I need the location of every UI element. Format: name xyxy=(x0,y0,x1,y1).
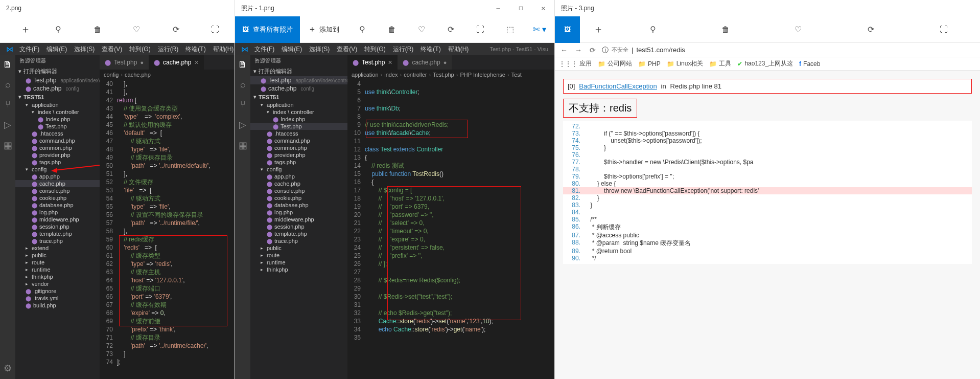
tree-item[interactable]: ⬤session.php xyxy=(250,223,347,230)
tree-item[interactable]: ⬤tags.php xyxy=(250,159,347,166)
tree-item[interactable]: ⬤.gitignore xyxy=(15,287,100,295)
add-to-button[interactable]: ＋添加到 xyxy=(300,16,347,43)
project-root[interactable]: ▾TEST51 xyxy=(250,93,347,101)
crumb[interactable]: config xyxy=(104,72,119,78)
menu-edit[interactable]: 编辑(E) xyxy=(278,45,305,54)
vscode-menubar[interactable]: ⋈ 文件(F) 编辑(E) 选择(S) 查看(V) 转到(G) 运行(R) 终端… xyxy=(235,43,554,55)
open-editor-item[interactable]: ⬤Test.phpapplication\index\controller xyxy=(15,76,100,84)
edit-icon[interactable]: ✄ ▾ xyxy=(528,25,551,34)
tree-item[interactable]: ⬤Test.php xyxy=(15,123,100,130)
activity-bar[interactable]: 🗎 ⌕ ⑂ ▷ ▦ ⚙ xyxy=(0,55,15,379)
scm-icon[interactable]: ⑂ xyxy=(5,99,11,110)
editor-tab[interactable]: ⬤cache.php● xyxy=(398,55,452,70)
tree-item[interactable]: ▾config xyxy=(15,166,100,173)
breadcrumbs[interactable]: config›cache.php xyxy=(100,70,235,80)
tree-item[interactable]: ▸thinkphp xyxy=(15,273,100,280)
bookmark-item[interactable]: 📁Linux相关 xyxy=(667,59,704,68)
back-icon[interactable]: ← xyxy=(559,46,569,54)
crumb[interactable]: Test xyxy=(511,72,522,78)
tree-item[interactable]: ⬤common.php xyxy=(250,144,347,151)
menu-file[interactable]: 文件(F) xyxy=(251,45,277,54)
tree-item[interactable]: ⬤trace.php xyxy=(250,237,347,244)
crop-icon[interactable]: ⛶ xyxy=(204,25,226,34)
tree-item[interactable]: ⬤common.php xyxy=(15,144,100,151)
tree-item[interactable]: ⬤provider.php xyxy=(15,151,100,159)
bookmark-item[interactable]: ⋮⋮⋮应用 xyxy=(559,59,592,68)
crumb[interactable]: Test.php xyxy=(433,72,454,78)
crop-icon[interactable]: ⛶ xyxy=(469,25,492,34)
menu-edit[interactable]: 编辑(E) xyxy=(43,45,70,54)
tree-item[interactable]: ▸vendor xyxy=(15,280,100,287)
delete-icon[interactable]: 🗑 xyxy=(86,25,109,34)
delete-icon[interactable]: 🗑 xyxy=(714,25,737,34)
code-content[interactable]: ], ], return [ // 使用复合缓存类型 'type' => 'co… xyxy=(117,80,235,379)
tree-item[interactable]: ▾config xyxy=(250,166,347,173)
tree-item[interactable]: ⬤.travis.yml xyxy=(15,295,100,302)
bookmark-item[interactable]: 📁工具 xyxy=(709,59,731,68)
debug-icon[interactable]: ▷ xyxy=(239,119,246,130)
menu-go[interactable]: 转到(G) xyxy=(361,45,388,54)
zoom-icon[interactable]: ⚲ xyxy=(47,25,69,34)
editor-tab[interactable]: ⬤Test.php● xyxy=(100,55,149,70)
tree-item[interactable]: ⬤console.php xyxy=(250,187,347,194)
tree-item[interactable]: ⬤tags.php xyxy=(15,159,100,166)
address-bar[interactable]: ← → ⟳ ⓘ 不安全 | test51.com/redis xyxy=(555,43,980,57)
tree-item[interactable]: ⬤app.php xyxy=(15,173,100,180)
bookmark-item[interactable]: fFaceb xyxy=(799,60,820,68)
tree-item[interactable]: ▸runtime xyxy=(15,266,100,273)
editor-tabs[interactable]: ⬤Test.php✕⬤cache.php● xyxy=(347,55,554,70)
tree-item[interactable]: ▸public xyxy=(15,252,100,259)
tree-item[interactable]: ⬤.htaccess xyxy=(15,130,100,137)
open-editor-item[interactable]: ⬤cache.phpconfig xyxy=(15,84,100,93)
tree-item[interactable]: ⬤app.php xyxy=(250,173,347,180)
tree-item[interactable]: ▾application xyxy=(15,101,100,108)
tree-item[interactable]: ⬤console.php xyxy=(15,187,100,194)
add-button[interactable]: ＋ xyxy=(580,16,617,43)
tree-item[interactable]: ⬤database.php xyxy=(15,202,100,209)
tree-item[interactable]: ▾application xyxy=(250,101,347,108)
tree-item[interactable]: ⬤log.php xyxy=(250,209,347,216)
menu-view[interactable]: 查看(V) xyxy=(99,45,125,54)
error-exception-link[interactable]: BadFunctionCallException xyxy=(579,82,657,90)
reload-icon[interactable]: ⟳ xyxy=(588,46,598,54)
crumb[interactable]: controller xyxy=(404,72,427,78)
editor-tab[interactable]: ⬤Test.php✕ xyxy=(347,55,398,70)
tree-item[interactable]: ▾index \ controller xyxy=(250,108,347,116)
activity-bar[interactable]: 🗎 ⌕ ⑂ ▷ ▦ xyxy=(235,55,250,379)
tree-item[interactable]: ⬤session.php xyxy=(15,223,100,230)
tree-item[interactable]: ▸runtime xyxy=(250,259,347,266)
tree-item[interactable]: ⬤middleware.php xyxy=(250,216,347,223)
tree-item[interactable]: ⬤Index.php xyxy=(250,116,347,123)
tree-item[interactable]: ⬤cache.php xyxy=(250,180,347,187)
bookmark-item[interactable]: 📁PHP xyxy=(638,60,661,68)
heart-icon[interactable]: ♡ xyxy=(410,25,433,34)
tree-item[interactable]: ⬤Test.php xyxy=(250,123,347,130)
menu-view[interactable]: 查看(V) xyxy=(334,45,360,54)
code-editor[interactable]: 40 41 42 43 44 45 46 47 48 49 50 51 52 5… xyxy=(100,80,235,379)
delete-icon[interactable]: 🗑 xyxy=(381,25,403,34)
primary-icon-button[interactable]: 🖼 xyxy=(555,16,580,43)
debug-icon[interactable]: ▷ xyxy=(4,119,11,130)
menu-select[interactable]: 选择(S) xyxy=(306,45,333,54)
zoom-icon[interactable]: ⚲ xyxy=(351,25,374,34)
menu-file[interactable]: 文件(F) xyxy=(16,45,42,54)
tree-item[interactable]: ⬤.htaccess xyxy=(250,130,347,137)
menu-select[interactable]: 选择(S) xyxy=(71,45,98,54)
tree-item[interactable]: ⬤build.php xyxy=(15,302,100,309)
crumb[interactable]: cache.php xyxy=(125,72,151,78)
scm-icon[interactable]: ⑂ xyxy=(240,99,246,110)
heart-icon[interactable]: ♡ xyxy=(787,25,809,34)
tree-item[interactable]: ▸extend xyxy=(15,244,100,252)
tree-item[interactable]: ▸thinkphp xyxy=(250,266,347,273)
tree-item[interactable]: ⬤cache.php xyxy=(15,180,100,187)
extensions-icon[interactable]: ▦ xyxy=(4,140,12,151)
editor-tabs[interactable]: ⬤Test.php●⬤cache.php✕ xyxy=(100,55,235,70)
open-editors-section[interactable]: ▾打开的编辑器 xyxy=(15,66,100,76)
project-root[interactable]: ▾TEST51 xyxy=(15,93,100,101)
editor-tab[interactable]: ⬤cache.php✕ xyxy=(149,55,204,70)
rotate-icon[interactable]: ⟳ xyxy=(165,25,187,34)
crumb[interactable]: application xyxy=(352,72,379,78)
files-icon[interactable]: 🗎 xyxy=(238,59,247,70)
heart-icon[interactable]: ♡ xyxy=(125,25,148,34)
gear-icon[interactable]: ⚙ xyxy=(4,363,12,374)
